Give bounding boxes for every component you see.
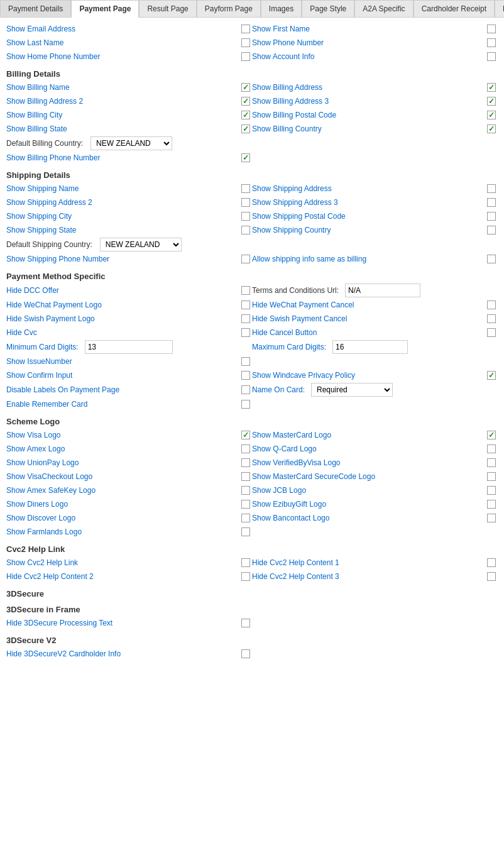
checkbox-box-show-mc[interactable]: ✓ [487,431,496,439]
checkbox-box-show-farmlands[interactable] [241,527,250,536]
checkbox-hide-3ds-text[interactable] [239,617,252,629]
checkbox-enable-remember[interactable] [239,398,252,411]
checkbox-hide-wechat-cancel[interactable] [485,299,498,311]
checkbox-show-farmlands[interactable] [239,526,252,538]
checkbox-show-ezibuy[interactable] [485,498,498,510]
checkbox-show-firstname[interactable] [485,23,498,35]
checkbox-shipping-name[interactable] [239,182,252,195]
checkbox-box-show-jcb[interactable] [487,486,496,495]
checkbox-show-email[interactable] [239,23,252,35]
checkbox-box-billing-name[interactable]: ✓ [241,83,250,92]
checkbox-windcave-privacy[interactable]: ✓ [485,369,498,382]
checkbox-box-firstname[interactable] [487,25,496,33]
checkbox-box-windcave-privacy[interactable]: ✓ [487,371,496,380]
checkbox-box-show-diners[interactable] [241,500,250,509]
checkbox-box-shipping-name[interactable] [241,184,250,193]
checkbox-box-shipping-phone[interactable] [241,255,250,263]
checkbox-box-hide-cvc2-content2[interactable] [241,572,250,581]
tab-preview-page[interactable]: Preview Page [495,0,504,17]
checkbox-billing-postal[interactable]: ✓ [485,109,498,121]
checkbox-box-billing-state[interactable]: ✓ [241,124,250,133]
checkbox-box-show-bancontact[interactable] [487,514,496,522]
checkbox-box-accountinfo[interactable] [487,52,496,61]
checkbox-billing-state[interactable]: ✓ [239,123,252,135]
checkbox-show-qcard[interactable] [485,443,498,455]
checkbox-box-hide-cvc2-content3[interactable] [487,572,496,581]
checkbox-box-hide-swish-logo[interactable] [241,314,250,323]
checkbox-disable-labels[interactable] [239,383,252,396]
tab-payment-page[interactable]: Payment Page [71,0,139,18]
checkbox-billing-name[interactable]: ✓ [239,81,252,94]
tab-payform-page[interactable]: Payform Page [197,0,261,17]
checkbox-box-show-amex[interactable] [241,444,250,453]
tab-result-page[interactable]: Result Page [139,0,196,17]
checkbox-shipping-postal[interactable] [485,210,498,223]
checkbox-show-accountinfo[interactable] [485,50,498,63]
checkbox-billing-country[interactable]: ✓ [485,123,498,135]
checkbox-hide-swish-logo[interactable] [239,312,252,325]
checkbox-billing-address[interactable]: ✓ [485,81,498,94]
checkbox-hide-swish-cancel[interactable] [485,312,498,325]
checkbox-show-jcb[interactable] [485,484,498,497]
select-default-billing-country[interactable]: NEW ZEALAND AUSTRALIA UNITED STATES UNIT… [90,136,172,150]
tab-page-style[interactable]: Page Style [302,0,354,17]
checkbox-box-hide-cancel[interactable] [487,328,496,337]
select-default-shipping-country[interactable]: NEW ZEALAND AUSTRALIA UNITED STATES UNIT… [100,238,182,251]
checkbox-box-show-discover[interactable] [241,514,250,522]
checkbox-show-issue[interactable] [239,355,252,368]
checkbox-box-shipping-state[interactable] [241,226,250,234]
checkbox-show-visa[interactable]: ✓ [239,429,252,441]
checkbox-show-homephone[interactable] [239,50,252,63]
checkbox-box-enable-remember[interactable] [241,400,250,409]
checkbox-box-shipping-country[interactable] [487,226,496,234]
checkbox-box-hide-cvc2-content1[interactable] [487,558,496,567]
checkbox-box-show-amexsafekey[interactable] [241,486,250,495]
checkbox-box-disable-labels[interactable] [241,385,250,394]
checkbox-box-show-confirm[interactable] [241,371,250,380]
checkbox-box-show-qcard[interactable] [487,444,496,453]
checkbox-box-hide-wechat-logo[interactable] [241,301,250,309]
checkbox-box-hide-3ds-text[interactable] [241,619,250,627]
checkbox-shipping-address[interactable] [485,182,498,195]
checkbox-box-billing-country[interactable]: ✓ [487,124,496,133]
tab-payment-details[interactable]: Payment Details [0,0,71,17]
checkbox-box-hide-3dsv2-cardholder[interactable] [241,649,250,658]
checkbox-show-confirm[interactable] [239,369,252,382]
checkbox-show-cvc2-link[interactable] [239,556,252,569]
checkbox-shipping-country[interactable] [485,224,498,236]
checkbox-box-billing-city[interactable]: ✓ [241,111,250,119]
checkbox-box-shipping-address[interactable] [487,184,496,193]
select-nameoncard[interactable]: Required Optional Hidden [311,383,393,397]
checkbox-hide-wechat-logo[interactable] [239,299,252,311]
checkbox-shipping-state[interactable] [239,224,252,236]
checkbox-box-shipping-postal[interactable] [487,212,496,221]
checkbox-shipping-addr3[interactable] [485,196,498,209]
checkbox-box-hide-dcc[interactable] [241,286,250,295]
checkbox-hide-cvc[interactable] [239,326,252,339]
checkbox-show-mcsecure[interactable] [485,470,498,483]
checkbox-box-show-visacheckout[interactable] [241,472,250,481]
checkbox-box-show-issue[interactable] [241,357,250,366]
checkbox-box-billing-address[interactable]: ✓ [487,83,496,92]
checkbox-billing-city[interactable]: ✓ [239,109,252,121]
checkbox-box-shipping-addr2[interactable] [241,198,250,207]
checkbox-box-show-cvc2-link[interactable] [241,558,250,567]
checkbox-hide-cvc2-content2[interactable] [239,570,252,583]
checkbox-show-mc[interactable]: ✓ [485,429,498,441]
checkbox-hide-cvc2-content1[interactable] [485,556,498,569]
checkbox-box-hide-wechat-cancel[interactable] [487,301,496,309]
checkbox-box-show-visa[interactable]: ✓ [241,431,250,439]
checkbox-hide-cancel[interactable] [485,326,498,339]
input-max-digits[interactable] [332,340,408,354]
checkbox-box-homephone[interactable] [241,52,250,61]
checkbox-box-shipping-city[interactable] [241,212,250,221]
checkbox-box-hide-swish-cancel[interactable] [487,314,496,323]
input-min-digits[interactable] [85,340,173,354]
checkbox-show-amexsafekey[interactable] [239,484,252,497]
checkbox-box-show-ezibuy[interactable] [487,500,496,509]
checkbox-box-show-unionpay[interactable] [241,458,250,467]
checkbox-shipping-phone[interactable] [239,253,252,265]
checkbox-box-show-vbv[interactable] [487,458,496,467]
checkbox-show-lastname[interactable] [239,36,252,49]
checkbox-box-email[interactable] [241,25,250,33]
